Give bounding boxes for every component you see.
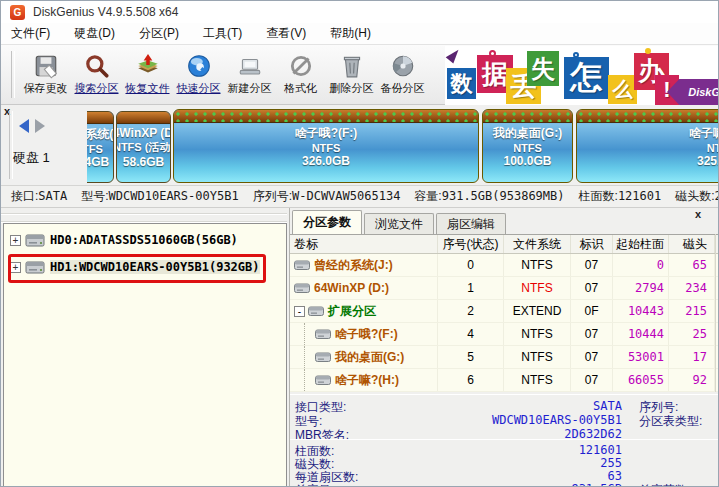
partition-icon [315, 329, 331, 340]
lower-area: x HD0:ADATASSDS51060GB(56GB) HD1:WDCWD10… [1, 208, 719, 487]
cell-id: 07 [571, 254, 613, 276]
app-logo-icon: G [10, 5, 25, 20]
menu-tools[interactable]: 工具(T) [203, 25, 242, 42]
volume-label: 我的桌面(G:) [335, 349, 404, 366]
disk-info-item: 型号:WDCWD10EARS-00Y5B1 [81, 188, 238, 205]
ad-tile: 数 [447, 68, 476, 99]
partition-block[interactable]: 曾经的系统(J:)NTFS21.4GB [87, 111, 114, 183]
partition-icon [315, 375, 331, 386]
cell-start-cylinder: 10443 [613, 300, 669, 322]
header-index-status: 序号(状态) [438, 235, 504, 253]
collapse-icon[interactable] [294, 306, 305, 317]
backup-partition-button[interactable]: 备份分区 [377, 48, 428, 102]
cell-index: 1 [438, 277, 504, 299]
cell-id: 0F [571, 300, 613, 322]
new-partition-icon [237, 53, 263, 79]
table-header-row: 卷标 序号(状态) 文件系统 标识 起始柱面 磁头 [290, 234, 719, 254]
title-bar: G DiskGenius V4.9.5.508 x64 [1, 1, 719, 23]
table-row[interactable]: 啥子嘛?(H:) 6 NTFS 07 66055 92 [290, 369, 719, 392]
cell-heads: 215 [669, 300, 715, 322]
search-icon [84, 53, 110, 79]
volume-label: 64WinXP (D:) [314, 281, 389, 295]
cell-filesystem: NTFS [504, 254, 571, 276]
cell-index: 6 [438, 369, 504, 391]
menu-partition[interactable]: 分区(P) [139, 25, 179, 42]
cell-start-cylinder: 53001 [613, 346, 669, 368]
quick-partition-button[interactable]: 快速分区 [173, 48, 224, 102]
disk-tree-item-hd1[interactable]: HD1:WDCWD10EARS-00Y5B1(932GB) [4, 256, 286, 278]
decor-dot [489, 50, 496, 57]
ad-tile: 失 [527, 51, 559, 86]
prev-disk-arrow-icon[interactable] [19, 119, 29, 133]
volume-label: 啥子嘛?(H:) [335, 372, 399, 389]
panel-grip[interactable] [9, 111, 13, 179]
save-icon [33, 53, 59, 79]
save-changes-button[interactable]: 保存更改 [20, 48, 71, 102]
partition-block[interactable]: 我的桌面(G:)NTFS100.0GB [482, 109, 573, 183]
partition-map: 曾经的系统(J:)NTFS21.4GB 64WinXP (D:)NTFS (活动… [87, 105, 719, 185]
table-row[interactable]: 扩展分区 2 EXTEND 0F 10443 215 [290, 300, 719, 323]
cell-filesystem: NTFS [504, 323, 571, 345]
disk-tree-item-hd0[interactable]: HD0:ADATASSDS51060GB(56GB) [4, 229, 286, 251]
partition-detail-panel: 分区参数 浏览文件 扇区编辑 卷标 序号(状态) 文件系统 标识 起始柱面 磁头 [289, 208, 719, 487]
partition-block[interactable]: 64WinXP (D:)NTFS (活动)58.6GB [116, 111, 171, 183]
tab-browse-files[interactable]: 浏览文件 [364, 213, 434, 234]
menu-help[interactable]: 帮助(H) [330, 25, 371, 42]
next-disk-arrow-icon[interactable] [35, 119, 45, 133]
cell-filesystem: NTFS [504, 346, 571, 368]
partition-icon [294, 260, 310, 271]
cell-start-cylinder: 2794 [613, 277, 669, 299]
tab-sector-edit[interactable]: 扇区编辑 [436, 213, 506, 234]
delete-partition-button[interactable]: 删除分区 [326, 48, 377, 102]
disk-info-item: 接口:SATA [11, 188, 67, 205]
detail-label-total-bytes: 总字节数: [639, 482, 690, 487]
cell-filesystem: EXTEND [504, 300, 571, 322]
format-button[interactable]: 格式化 [275, 48, 326, 102]
disk-info-item: 容量:931.5GB(953869MB) [414, 188, 564, 205]
disk-info-item: 柱面数:121601 [579, 188, 662, 205]
cell-heads: 92 [669, 369, 715, 391]
cell-id: 07 [571, 369, 613, 391]
cell-heads: 17 [669, 346, 715, 368]
cell-start-cylinder: 66055 [613, 369, 669, 391]
menu-file[interactable]: 文件(F) [11, 25, 50, 42]
table-row[interactable]: 64WinXP (D:) 1 NTFS 07 2794 234 [290, 277, 719, 300]
window-title: DiskGenius V4.9.5.508 x64 [33, 5, 178, 19]
header-start-cylinder: 起始柱面 [613, 235, 669, 253]
table-row[interactable]: 曾经的系统(J:) 0 NTFS 07 0 65 [290, 254, 719, 277]
disk-tree-panel: HD0:ADATASSDS51060GB(56GB) HD1:WDCWD10EA… [3, 223, 287, 487]
new-partition-button[interactable]: 新建分区 [224, 48, 275, 102]
tab-partition-params[interactable]: 分区参数 [292, 210, 362, 234]
decor-dot [645, 48, 651, 54]
cell-heads: 234 [669, 277, 715, 299]
partition-cap [174, 110, 478, 123]
expand-icon[interactable] [10, 235, 21, 246]
backup-partition-icon [390, 53, 416, 79]
volume-label: 啥子哦?(F:) [335, 326, 398, 343]
menu-disk[interactable]: 硬盘(D) [74, 25, 115, 42]
cell-filesystem: NTFS [504, 277, 571, 299]
detail-row: 总容量: 931.5GB [295, 482, 622, 487]
partition-block[interactable]: 啥子哦?(F:)NTFS326.0GB [173, 109, 479, 183]
table-row[interactable]: 我的桌面(G:) 5 NTFS 07 53001 17 [290, 346, 719, 369]
menu-view[interactable]: 查看(V) [266, 25, 306, 42]
expand-icon[interactable] [10, 262, 21, 273]
decor-dot [573, 52, 579, 58]
volume-label: 曾经的系统(J:) [314, 257, 393, 274]
cell-heads: 65 [669, 254, 715, 276]
table-row[interactable]: 啥子哦?(F:) 4 NTFS 07 10444 25 [290, 323, 719, 346]
recover-files-icon [135, 53, 161, 79]
pen-icon [446, 46, 463, 63]
partition-cap [87, 112, 113, 124]
divider [290, 394, 719, 395]
toolbar-grip[interactable] [11, 51, 15, 98]
search-partition-button[interactable]: 搜索分区 [71, 48, 122, 102]
ad-banner[interactable]: 数 据 丢 失 怎 么 办 ! DiskG [445, 46, 719, 105]
cell-heads: 25 [669, 323, 715, 345]
quick-partition-icon [186, 53, 212, 79]
tree-panel-grip[interactable] [1, 210, 287, 223]
cell-index: 5 [438, 346, 504, 368]
partition-block[interactable]: 啥子嘛?(H:)NTFS325.0GB [576, 109, 719, 183]
cell-id: 07 [571, 277, 613, 299]
recover-files-button[interactable]: 恢复文件 [122, 48, 173, 102]
